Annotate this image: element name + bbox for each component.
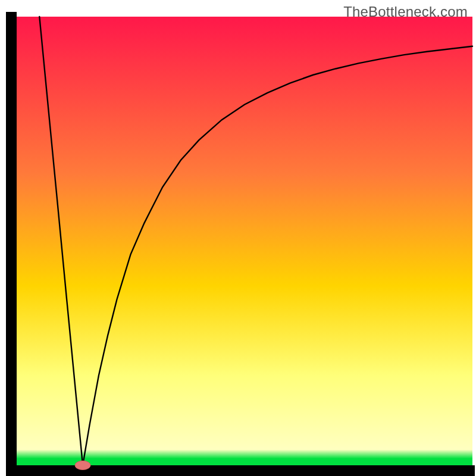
minimum-marker	[75, 461, 90, 469]
watermark-text: TheBottleneck.com	[343, 4, 468, 20]
chart-canvas	[0, 0, 476, 476]
plot-background	[17, 17, 472, 465]
bottleneck-chart: TheBottleneck.com	[0, 0, 476, 476]
